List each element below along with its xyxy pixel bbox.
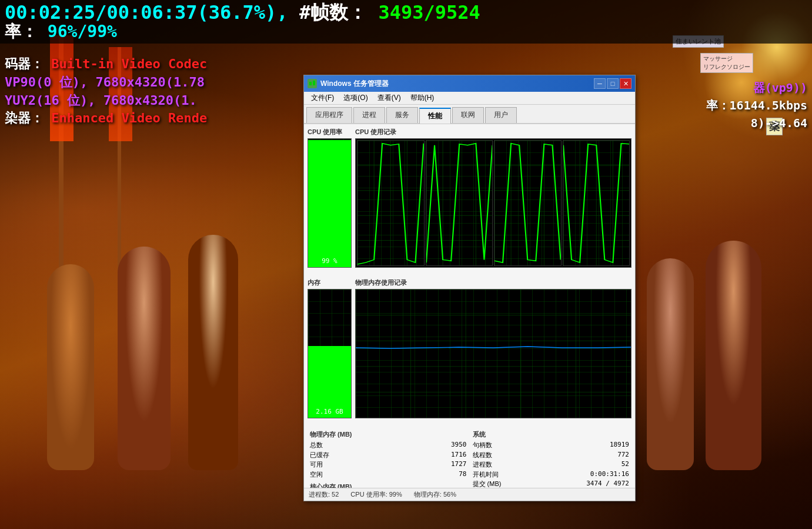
mem-history-chart bbox=[355, 289, 631, 418]
handles-value: 18919 bbox=[610, 440, 629, 450]
stat-handles: 句柄数 18919 bbox=[473, 440, 630, 450]
cpu-section: CPU 使用率 99 % CPU 使用记录 bbox=[308, 128, 631, 275]
handles-label: 句柄数 bbox=[473, 440, 492, 450]
processes-label: 进程数 bbox=[473, 460, 492, 470]
core2-graph bbox=[494, 141, 561, 265]
taskmanager-window: Windows 任务管理器 ─ □ ✕ 文件(F) 选项(O) 查看(V) 帮助… bbox=[303, 75, 636, 501]
physical-memory-title: 物理内存 (MB) bbox=[310, 430, 467, 439]
cpu-usage-panel: CPU 使用率 99 % bbox=[308, 128, 352, 275]
cpu-core-1 bbox=[426, 140, 493, 266]
close-button[interactable]: ✕ bbox=[620, 78, 631, 89]
right-rate: 率：16144.5kbps bbox=[706, 98, 807, 112]
system-stats: 系统 句柄数 18919 线程数 772 进程数 52 开机时间 0:00:31… bbox=[473, 430, 630, 488]
free-label: 空闲 bbox=[310, 470, 323, 480]
right-line2: 率：16144.5kbps bbox=[706, 97, 807, 114]
right-vp9: 器(vp9)) bbox=[753, 81, 807, 95]
codec-label: 码器： bbox=[5, 56, 44, 71]
core1-graph bbox=[426, 141, 493, 265]
mem-bar-fill bbox=[308, 346, 351, 418]
free-value: 78 bbox=[459, 470, 466, 480]
tab-performance[interactable]: 性能 bbox=[419, 108, 451, 124]
available-label: 可用 bbox=[310, 460, 323, 470]
total-value: 3950 bbox=[451, 440, 467, 450]
window-title: Windows 任务管理器 bbox=[320, 79, 593, 89]
stat-commit: 提交 (MB) 3474 / 4972 bbox=[473, 479, 630, 488]
taskmanager-icon bbox=[308, 79, 317, 88]
right-overlay: Windows 任务管理器 器(vp9)) 率：16144.5kbps 8)->… bbox=[701, 76, 812, 134]
threads-value: 772 bbox=[617, 450, 629, 460]
codec-format2: YUY2(16 位), 7680x4320(1. bbox=[5, 93, 197, 108]
status-memory: 物理内存: 56% bbox=[414, 490, 456, 499]
cached-value: 1716 bbox=[451, 450, 467, 460]
uptime-value: 0:00:31:16 bbox=[590, 470, 629, 480]
renderer-value: Enhanced Video Rende bbox=[51, 111, 207, 125]
codec-line4: 染器： Enhanced Video Rende bbox=[5, 109, 207, 128]
maximize-button[interactable]: □ bbox=[607, 78, 619, 89]
tab-processes[interactable]: 进程 bbox=[353, 107, 385, 123]
core0-graph bbox=[357, 141, 424, 265]
cpu-history-label: CPU 使用记录 bbox=[355, 128, 631, 137]
threads-label: 线程数 bbox=[473, 450, 492, 460]
person-silhouette-2 bbox=[118, 247, 171, 470]
codec-line3: YUY2(16 位), 7680x4320(1. bbox=[5, 92, 207, 110]
mem-history-graph bbox=[356, 290, 631, 418]
stat-processes-sys: 进程数 52 bbox=[473, 460, 630, 470]
menu-bar: 文件(F) 选项(O) 查看(V) 帮助(H) bbox=[304, 92, 635, 105]
stat-cached: 已缓存 1716 bbox=[310, 450, 467, 460]
stats-section: 物理内存 (MB) 总数 3950 已缓存 1716 可用 1727 空闲 78 bbox=[308, 429, 631, 488]
frames-value: 3493/9524 bbox=[378, 1, 480, 24]
minimize-button[interactable]: ─ bbox=[594, 78, 606, 89]
renderer-label: 染器： bbox=[5, 111, 44, 125]
codec-line2: VP90(0 位), 7680x4320(1.78 bbox=[5, 74, 207, 92]
codec-value: Built-in Video Codec bbox=[51, 56, 207, 71]
stat-uptime: 开机时间 0:00:31:16 bbox=[473, 470, 630, 480]
status-processes: 进程数: 52 bbox=[309, 490, 339, 499]
cpu-usage-label: CPU 使用率 bbox=[308, 128, 352, 137]
cpu-core-2 bbox=[494, 140, 562, 266]
memory-history-panel: 物理内存使用记录 bbox=[355, 278, 631, 425]
top-line2: 率： 96%/99% bbox=[5, 23, 807, 41]
system-title: 系统 bbox=[473, 430, 630, 439]
cpu-core-3 bbox=[563, 140, 630, 266]
core3-graph bbox=[563, 141, 630, 265]
performance-content: CPU 使用率 99 % CPU 使用记录 bbox=[304, 124, 635, 488]
right-line3: 8)->4.64 bbox=[706, 114, 807, 132]
stat-free: 空闲 78 bbox=[310, 470, 467, 480]
menu-file[interactable]: 文件(F) bbox=[306, 92, 339, 104]
tab-applications[interactable]: 应用程序 bbox=[306, 107, 352, 123]
available-value: 1727 bbox=[451, 460, 467, 470]
cpu-history-chart bbox=[355, 138, 631, 268]
person-silhouette-4 bbox=[647, 258, 694, 470]
svg-rect-1 bbox=[313, 81, 315, 85]
memory-usage-value: 2.16 GB bbox=[316, 408, 343, 415]
cpu-usage-value: 99 % bbox=[322, 257, 338, 265]
menu-view[interactable]: 查看(V) bbox=[373, 92, 406, 104]
codec-line1: 码器： Built-in Video Codec bbox=[5, 55, 207, 74]
menu-options[interactable]: 选项(O) bbox=[339, 92, 372, 104]
cached-label: 已缓存 bbox=[310, 450, 329, 460]
tab-bar: 应用程序 进程 服务 性能 联网 用户 bbox=[304, 105, 635, 124]
tab-users[interactable]: 用户 bbox=[485, 107, 517, 123]
building-sign-2: マッサージリフレクソロジー bbox=[700, 53, 753, 73]
kernel-memory-section: 核心内存 (MB) 分页数 176 未分页 73 bbox=[310, 483, 467, 488]
frames-label: #帧数： bbox=[299, 1, 367, 24]
mem-bar-chart: 2.16 GB bbox=[308, 289, 352, 418]
cpu-core-0 bbox=[357, 140, 425, 266]
commit-label: 提交 (MB) bbox=[473, 479, 502, 488]
svg-rect-0 bbox=[309, 82, 312, 85]
person-silhouette-3 bbox=[188, 235, 238, 470]
tab-services[interactable]: 服务 bbox=[386, 107, 418, 123]
rate-value: 96%/99% bbox=[48, 22, 117, 41]
status-cpu: CPU 使用率: 99% bbox=[350, 490, 402, 499]
memory-label: 内存 bbox=[308, 278, 352, 287]
time-elapsed: 00:02:25/00:06:37(36.7%), bbox=[5, 1, 288, 24]
person-silhouette-1 bbox=[47, 264, 94, 470]
stat-total: 总数 3950 bbox=[310, 440, 467, 450]
person-silhouette-5 bbox=[706, 241, 761, 470]
status-bar: 进程数: 52 CPU 使用率: 99% 物理内存: 56% bbox=[304, 488, 635, 501]
cpu-bar-fill bbox=[308, 140, 351, 267]
tab-network[interactable]: 联网 bbox=[452, 107, 484, 123]
memory-history-label: 物理内存使用记录 bbox=[355, 278, 631, 287]
stat-threads: 线程数 772 bbox=[473, 450, 630, 460]
menu-help[interactable]: 帮助(H) bbox=[406, 92, 439, 104]
